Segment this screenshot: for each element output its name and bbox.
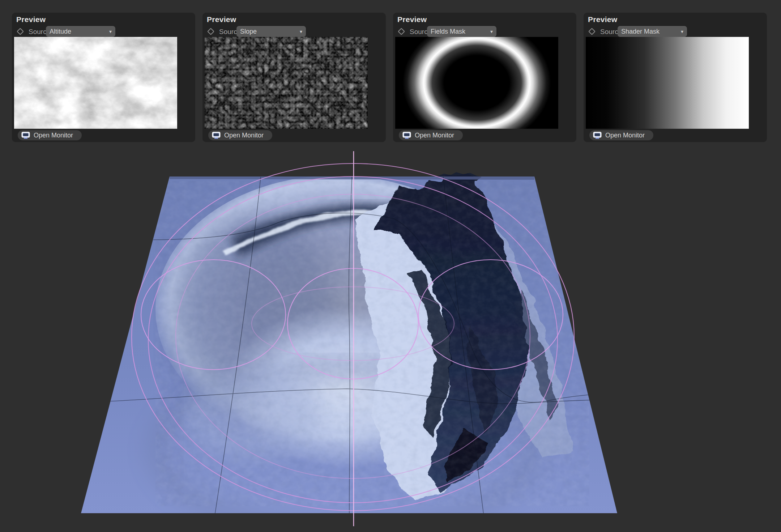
open-monitor-button[interactable]: Open Monitor [399, 130, 463, 140]
preview-image-altitude [14, 37, 177, 129]
monitor-icon [21, 132, 30, 139]
diamond-icon [207, 27, 215, 35]
diamond-icon [588, 27, 596, 35]
source-dropdown-value: Slope [240, 28, 257, 35]
monitor-button-label: Open Monitor [605, 132, 645, 139]
source-dropdown[interactable]: Slope ▾ [236, 26, 306, 37]
panel-title: Preview [588, 15, 618, 24]
preview-panel-shader-mask: Preview Source Shader Mask ▾ Open Monito… [584, 13, 767, 142]
chevron-down-icon: ▾ [681, 29, 683, 34]
source-dropdown-value: Altitude [50, 28, 71, 35]
app-window: Preview Source Altitude ▾ Open Monitor P… [0, 0, 781, 532]
panel-title: Preview [397, 15, 427, 24]
preview-image-shader-mask [586, 37, 749, 129]
chevron-down-icon: ▾ [300, 29, 302, 34]
preview-panel-fields-mask: Preview Source Fields Mask ▾ Open Monito… [393, 13, 576, 142]
panel-title: Preview [16, 15, 46, 24]
monitor-icon [212, 132, 221, 139]
monitor-button-label: Open Monitor [224, 132, 264, 139]
diamond-icon [16, 27, 24, 35]
preview-panel-slope: Preview Source Slope ▾ Open Monitor [202, 13, 386, 142]
open-monitor-button[interactable]: Open Monitor [589, 130, 653, 140]
source-dropdown-value: Shader Mask [621, 28, 660, 35]
preview-panel-altitude: Preview Source Altitude ▾ Open Monitor [12, 13, 195, 142]
monitor-button-label: Open Monitor [415, 132, 454, 139]
source-dropdown-value: Fields Mask [431, 28, 465, 35]
preview-image-slope [205, 37, 368, 129]
open-monitor-button[interactable]: Open Monitor [208, 130, 272, 140]
monitor-icon [402, 132, 411, 139]
chevron-down-icon: ▾ [109, 29, 112, 34]
chevron-down-icon: ▾ [490, 29, 493, 34]
monitor-icon [593, 132, 602, 139]
source-dropdown[interactable]: Shader Mask ▾ [618, 26, 687, 37]
preview-image-fields-mask [395, 37, 558, 129]
diamond-icon [397, 27, 405, 35]
rock-texture-overlay [155, 181, 589, 506]
panel-title: Preview [207, 15, 236, 24]
source-dropdown[interactable]: Fields Mask ▾ [427, 26, 496, 37]
open-monitor-button[interactable]: Open Monitor [18, 130, 82, 140]
monitor-button-label: Open Monitor [34, 132, 73, 139]
source-dropdown[interactable]: Altitude ▾ [46, 26, 115, 37]
